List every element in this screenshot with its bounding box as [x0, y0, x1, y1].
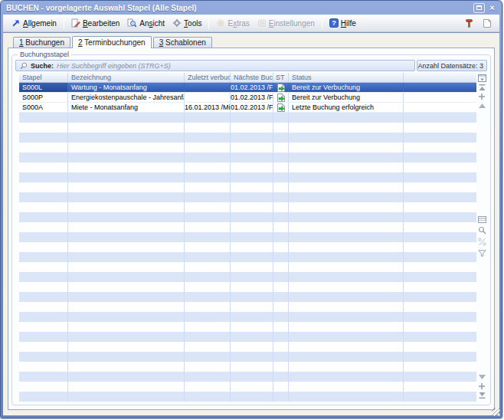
col-header-status[interactable]: Status — [289, 73, 404, 82]
cell-filler — [19, 113, 68, 123]
cell-filler — [289, 312, 404, 322]
cell-filler — [231, 232, 273, 242]
table-row[interactable]: S000AMiete - Monatsanfang16.01.2013 /Mi0… — [19, 103, 476, 113]
empty-row — [19, 113, 476, 123]
cell-filler — [68, 362, 185, 372]
menu-ansicht[interactable]: Ansicht — [123, 17, 169, 29]
card-view-icon — [478, 216, 486, 223]
record-count: Anzahl Datensätze: 3 — [417, 60, 487, 71]
cell-filler — [185, 382, 231, 392]
cell-filler — [289, 162, 404, 172]
cell-filler — [273, 262, 289, 272]
search-field[interactable]: Suche: Hier Suchbegriff eingeben (STRG+S… — [15, 60, 415, 71]
tab-terminbuchungen[interactable]: 2 Terminbuchungen — [72, 36, 152, 48]
cell-filler — [185, 242, 231, 252]
empty-row — [19, 372, 476, 382]
restore-button[interactable] — [473, 3, 485, 13]
cell-filler — [404, 143, 476, 153]
insert-row-button[interactable] — [477, 93, 486, 100]
resize-grip[interactable] — [492, 408, 500, 416]
append-row-button[interactable] — [477, 382, 486, 390]
cell-filler — [289, 272, 404, 282]
cell-filler — [68, 392, 185, 402]
groupbox-label: Buchungsstapel — [18, 51, 71, 58]
col-header-naechste-buchung[interactable]: Nächste Buchun — [231, 73, 273, 82]
menu-allgemein[interactable]: Allgemein — [8, 17, 61, 29]
scroll-top-icon — [479, 84, 486, 90]
tab-schablonen[interactable]: 3 Schablonen — [153, 37, 212, 48]
menu-hilfe[interactable]: ? Hilfe — [326, 17, 360, 29]
cell-bezeichnung: Energiekostenpauschale - Jahresanfang — [68, 93, 185, 102]
cell-filler — [289, 282, 404, 292]
cell-filler — [404, 103, 476, 112]
search-label: Suche: — [31, 62, 54, 70]
filter-button[interactable] — [477, 249, 486, 257]
cell-filler — [404, 252, 476, 262]
cell-naechste-buchung: 01.02.2013 /Fr — [231, 83, 273, 92]
zoom-button[interactable] — [477, 226, 486, 235]
row-down-button[interactable] — [477, 373, 486, 381]
scroll-top-button[interactable] — [477, 84, 486, 91]
percent-button[interactable] — [477, 238, 486, 246]
col-header-st[interactable]: ST — [273, 73, 289, 82]
percent-icon — [478, 238, 486, 246]
table-row[interactable]: S000LWartung - Monatsanfang01.02.2013 /F… — [19, 83, 476, 93]
table-row[interactable]: S000PEnergiekostenpauschale - Jahresanfa… — [19, 93, 476, 103]
empty-row — [19, 143, 476, 153]
cell-filler — [404, 352, 476, 362]
cell-filler — [68, 332, 185, 342]
cell-filler — [231, 322, 273, 332]
cell-filler — [273, 162, 289, 172]
cell-filler — [231, 162, 273, 172]
cell-filler — [68, 113, 185, 123]
cell-filler — [404, 302, 476, 312]
cell-filler — [289, 143, 404, 153]
col-header-bezeichnung[interactable]: Bezeichnung — [68, 73, 185, 82]
card-view-button[interactable] — [477, 215, 486, 223]
cell-filler — [231, 262, 273, 272]
cell-filler — [289, 302, 404, 312]
empty-row — [19, 302, 476, 312]
cell-filler — [404, 83, 476, 92]
column-chooser-button[interactable] — [477, 74, 486, 82]
cell-filler — [185, 322, 231, 332]
cell-filler — [19, 172, 68, 182]
cell-filler — [273, 292, 289, 302]
cell-filler — [289, 232, 404, 242]
cell-filler — [19, 332, 68, 342]
cell-filler — [404, 162, 476, 172]
titlebar[interactable]: BUCHEN - vorgelagerte Auswahl Stapel (Al… — [1, 1, 502, 14]
cell-filler — [68, 172, 185, 182]
menu-bearbeiten[interactable]: Bearbeiten — [67, 17, 123, 29]
cell-filler — [289, 362, 404, 372]
empty-row — [19, 212, 476, 222]
menu-tools[interactable]: Tools — [169, 17, 205, 29]
cell-filler — [19, 242, 68, 252]
col-header-filler — [404, 73, 476, 82]
col-header-zuletzt-verbucht[interactable]: Zuletzt verbucht — [185, 73, 231, 82]
empty-row — [19, 222, 476, 232]
cell-filler — [404, 192, 476, 202]
empty-row — [19, 182, 476, 192]
cell-filler — [68, 382, 185, 392]
cell-filler — [231, 312, 273, 322]
tools-gear-icon — [172, 18, 182, 28]
cell-filler — [273, 382, 289, 392]
empty-row — [19, 282, 476, 292]
cell-filler — [68, 232, 185, 242]
tab-panel: Buchungsstapel Suche: Hier Suchbegriff e… — [8, 48, 495, 410]
tab-buchungen[interactable]: 1 Buchungen — [13, 37, 70, 48]
new-note-button[interactable] — [481, 17, 493, 29]
cell-filler — [231, 202, 273, 212]
scroll-bottom-button[interactable] — [477, 392, 486, 399]
close-button[interactable]: × — [486, 3, 498, 13]
cell-filler — [19, 292, 68, 302]
cell-filler — [289, 133, 404, 143]
col-header-stapel[interactable]: Stapel — [19, 73, 68, 82]
cell-filler — [404, 332, 476, 342]
row-up-button[interactable] — [477, 102, 486, 110]
menu-einstellungen: Einstellungen — [254, 17, 319, 29]
cell-filler — [68, 352, 185, 362]
hammer-icon — [464, 18, 474, 28]
hammer-tool-button[interactable] — [463, 17, 475, 29]
